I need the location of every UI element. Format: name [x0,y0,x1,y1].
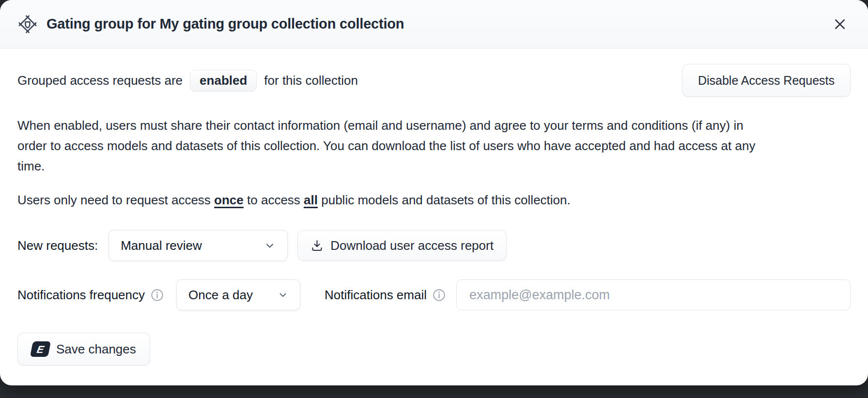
info-icon[interactable] [151,289,164,302]
enterprise-icon: E [30,341,51,357]
chevron-down-icon [264,240,276,251]
note-emphasis-once: once [214,193,244,207]
note-part1: Users only need to request access [17,193,214,207]
download-report-button[interactable]: Download user access report [297,230,507,261]
download-report-label: Download user access report [330,238,494,253]
new-requests-label: New requests: [17,238,98,253]
status-row: Grouped access requests are enabled for … [17,64,851,97]
note-part2: to access [244,193,304,207]
status-text-before: Grouped access requests are [17,73,183,88]
new-requests-row: New requests: Manual review Download use… [17,230,851,261]
status-badge: enabled [190,70,257,92]
modal-header: Gating group for My gating group collect… [0,0,868,48]
save-changes-label: Save changes [56,342,136,357]
note-emphasis-all: all [304,193,318,207]
gating-group-modal: Gating group for My gating group collect… [0,0,868,385]
page-title: Gating group for My gating group collect… [46,16,404,32]
notifications-frequency-value: Once a day [188,288,253,303]
notifications-email-input[interactable] [456,279,851,310]
new-requests-select-value: Manual review [121,238,202,253]
new-requests-select[interactable]: Manual review [108,230,288,261]
note-part3: public models and datasets of this colle… [318,193,571,207]
note-text: Users only need to request access once t… [17,193,851,208]
notifications-frequency-label: Notifications frequency [17,288,145,303]
modal-body: Grouped access requests are enabled for … [0,48,868,385]
disable-access-requests-button[interactable]: Disable Access Requests [682,64,851,97]
status-text: Grouped access requests are enabled for … [17,70,358,92]
download-icon [310,239,324,252]
gated-shield-icon [17,14,38,34]
notifications-frequency-select[interactable]: Once a day [176,279,300,310]
description-text: When enabled, users must share their con… [17,115,766,176]
save-changes-button[interactable]: E Save changes [17,333,150,366]
close-icon [833,17,847,31]
notifications-email-label: Notifications email [325,288,427,303]
close-button[interactable] [829,14,851,35]
chevron-down-icon [278,290,288,300]
info-icon[interactable] [433,289,446,302]
notifications-row: Notifications frequency Once a day Notif… [17,279,851,310]
status-text-after: for this collection [264,73,358,88]
